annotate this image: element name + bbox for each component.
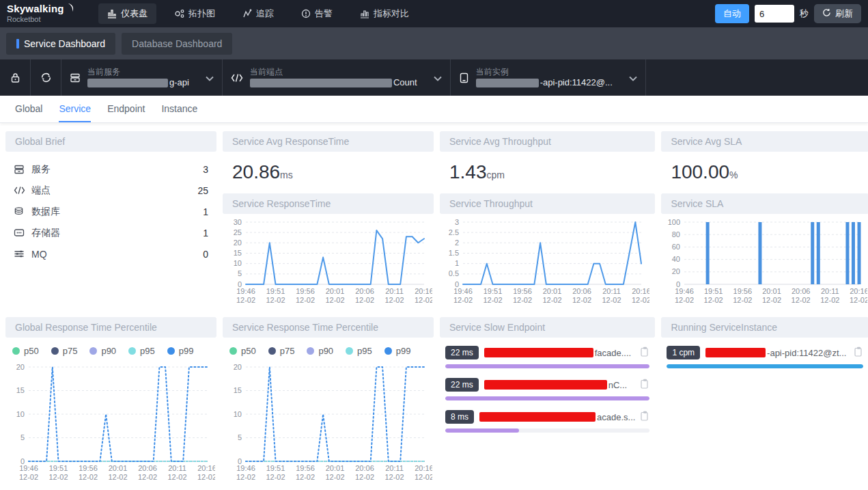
svg-text:20:06: 20:06: [355, 287, 374, 295]
reload-options-button[interactable]: [31, 59, 61, 96]
selector-label: 当前服务: [87, 67, 189, 77]
logo-title: Skywalking: [7, 3, 64, 14]
legend-item[interactable]: p95: [346, 346, 372, 356]
svg-text:20:01: 20:01: [763, 287, 782, 295]
nav-item-compare[interactable]: 指标对比: [351, 3, 418, 24]
latency-badge: 8 ms: [445, 410, 474, 424]
latency-badge: 22 ms: [445, 346, 479, 359]
svg-text:12-02: 12-02: [325, 473, 344, 481]
svg-text:100: 100: [668, 218, 680, 226]
service-box-icon: [14, 164, 31, 175]
global-percentile-chart[interactable]: 0510152019:4612-0219:5112-0219:5612-0220…: [5, 359, 216, 487]
svg-text:12-02: 12-02: [415, 473, 432, 481]
svg-text:12-02: 12-02: [167, 473, 186, 481]
copy-icon[interactable]: [641, 346, 649, 359]
redaction-block: [87, 79, 168, 87]
brief-value: 0: [203, 249, 208, 260]
svg-text:19:56: 19:56: [296, 464, 315, 472]
instance-selector[interactable]: 当前实例 -api-pid:11422@...: [451, 59, 646, 96]
service-throughput-chart[interactable]: 00.511.522.5319:4612-0219:5112-0219:5612…: [440, 214, 655, 310]
latency-bar-track: [445, 364, 649, 368]
card-title: Service Avg Throughput: [440, 131, 655, 152]
refresh-button-label: 刷新: [835, 8, 853, 20]
copy-icon[interactable]: [641, 379, 649, 392]
nav-item-dashboard[interactable]: 仪表盘: [98, 3, 156, 24]
card-title: Global Response Time Percentile: [5, 317, 216, 338]
endpoint-selector[interactable]: 当前端点 Count: [223, 59, 451, 96]
selector-value: g-api: [87, 77, 189, 88]
trace-icon: [242, 9, 252, 18]
copy-icon[interactable]: [854, 346, 863, 359]
svg-text:19:46: 19:46: [19, 464, 38, 472]
service-responsetime-chart[interactable]: 05101520253019:4612-0219:5112-0219:5612-…: [223, 214, 434, 310]
dashboard-icon: [107, 9, 117, 18]
svg-text:20:11: 20:11: [602, 287, 621, 295]
svg-text:12-02: 12-02: [483, 296, 502, 304]
redaction-block: [476, 79, 539, 87]
svg-text:30: 30: [234, 218, 242, 226]
refresh-button[interactable]: 刷新: [814, 4, 861, 23]
legend-item[interactable]: p75: [268, 346, 295, 356]
legend-item[interactable]: p99: [167, 346, 194, 356]
endpoint-name-text: facade....: [595, 348, 631, 358]
svg-text:19:46: 19:46: [236, 287, 255, 295]
svg-text:20:11: 20:11: [168, 464, 186, 472]
redaction-block: [484, 348, 593, 357]
interval-unit-label: 秒: [800, 8, 809, 20]
legend-item[interactable]: p90: [89, 346, 116, 356]
stat-unit: cpm: [487, 169, 505, 180]
legend-item[interactable]: p75: [51, 346, 78, 356]
legend-item[interactable]: p95: [128, 346, 155, 356]
svg-text:12-02: 12-02: [850, 296, 867, 304]
card-service-avg-sla: Service Avg SLA 100.00% Service SLA 0204…: [661, 131, 868, 310]
svg-text:12-02: 12-02: [48, 473, 68, 481]
copy-icon[interactable]: [641, 411, 649, 424]
selector-value: Count: [250, 77, 417, 88]
legend-item[interactable]: p99: [384, 346, 411, 356]
svg-text:5: 5: [20, 433, 25, 441]
instance-name: -api-pid:11422@zt...: [705, 348, 849, 358]
card-title: Service Slow Endpoint: [440, 317, 655, 338]
endpoint-name: facade....: [484, 348, 636, 358]
service-percentile-chart[interactable]: 0510152019:4612-0219:5112-0219:5612-0220…: [223, 359, 434, 487]
card-title: Service Throughput: [440, 193, 655, 214]
svg-text:20: 20: [16, 363, 25, 371]
nav-item-label: 告警: [315, 8, 333, 20]
selector-bar: 当前服务 g-api 当前端点 Count 当前实例 -api-pid:1142…: [0, 59, 868, 96]
tab-global[interactable]: Global: [15, 96, 42, 122]
cpm-badge: 1 cpm: [667, 346, 700, 359]
legend-label: p95: [357, 346, 372, 356]
tab-service-dashboard[interactable]: Service Dashboard: [6, 33, 115, 55]
svg-text:19:51: 19:51: [704, 287, 723, 295]
svg-text:20: 20: [234, 239, 242, 247]
tab-service[interactable]: Service: [59, 96, 91, 122]
card-running-serviceinstance: Running ServiceInstance 1 cpm -api-pid:1…: [661, 317, 868, 487]
tab-instance[interactable]: Instance: [161, 96, 197, 122]
brief-label: 服务: [31, 163, 51, 176]
legend-item[interactable]: p50: [12, 346, 39, 356]
service-selector[interactable]: 当前服务 g-api: [61, 59, 223, 96]
auto-refresh-button[interactable]: 自动: [715, 4, 749, 23]
nav-item-label: 拓扑图: [188, 8, 215, 20]
tab-label: Database Dashboard: [132, 38, 222, 49]
tab-endpoint[interactable]: Endpoint: [107, 96, 145, 122]
svg-text:19:56: 19:56: [733, 287, 753, 295]
nav-item-topology[interactable]: 拓扑图: [166, 3, 224, 24]
brief-value: 1: [203, 206, 208, 217]
refresh-interval-input[interactable]: [755, 5, 794, 23]
service-sla-chart[interactable]: 02040608010019:4612-0219:5112-0219:5612-…: [661, 214, 868, 310]
svg-text:20: 20: [234, 363, 242, 371]
latency-bar-track: [445, 396, 649, 400]
mq-icon: [14, 249, 31, 258]
slow-endpoint-item: 22 ms facade....: [445, 346, 649, 368]
legend-item[interactable]: p90: [307, 346, 333, 356]
svg-text:2: 2: [455, 239, 459, 247]
nav-item-trace[interactable]: 追踪: [234, 3, 283, 24]
refresh-icon: [822, 8, 831, 19]
tab-database-dashboard[interactable]: Database Dashboard: [122, 33, 232, 55]
card-service-slow-endpoint: Service Slow Endpoint 22 ms facade....: [440, 317, 655, 487]
svg-text:12-02: 12-02: [296, 296, 315, 304]
lock-button[interactable]: [0, 59, 31, 96]
nav-item-alarm[interactable]: 告警: [292, 3, 341, 24]
legend-item[interactable]: p50: [229, 346, 256, 356]
